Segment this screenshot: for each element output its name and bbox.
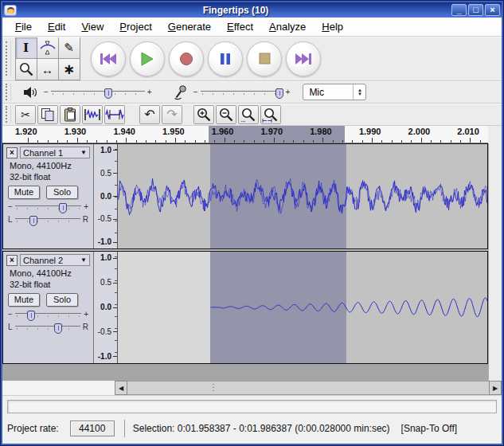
undo-button[interactable]: ↶ [139, 105, 160, 124]
play-button[interactable] [130, 41, 165, 76]
track2-vertical-ruler: 1.0 0.5 0.0 -0.5 -1.0 [94, 252, 118, 363]
track2-format: Mono, 44100Hz [10, 268, 90, 278]
menu-generate[interactable]: Generate [160, 19, 219, 34]
menu-help[interactable]: Help [314, 19, 351, 34]
zoom-in-icon [196, 107, 212, 123]
zoom-in-button[interactable] [193, 105, 214, 124]
track2-bitdepth: 32-bit float [10, 280, 90, 289]
ruler-tick-label: 2.010 [457, 127, 479, 136]
timeshift-tool-button[interactable]: ↔ [37, 58, 59, 80]
redo-icon: ↷ [166, 107, 177, 122]
stop-button[interactable] [247, 41, 282, 76]
ruler-tick-label: 1.930 [64, 127, 87, 136]
maximize-button[interactable]: □ [468, 4, 483, 16]
track1-waveform-canvas[interactable] [118, 144, 487, 248]
trim-button[interactable] [82, 105, 103, 124]
track-channel-1: × Channel 1 ▼ Mono, 44100Hz 32-bit float… [2, 143, 488, 249]
scroll-right-button[interactable]: ▶ [489, 381, 502, 395]
scrollbar-thumb-grip[interactable] [211, 384, 217, 392]
audacity-window: Fingertips (10) _ □ × File Edit View Pro… [0, 0, 504, 446]
toolbar-grip[interactable] [6, 41, 11, 76]
toolbar-grip[interactable] [6, 84, 11, 100]
menu-edit[interactable]: Edit [40, 19, 73, 34]
toolbar-grip[interactable] [6, 106, 11, 123]
audacity-logo-icon[interactable] [4, 5, 17, 16]
skip-to-start-button[interactable] [91, 41, 126, 76]
ruler-tick-label: 1.970 [261, 127, 283, 136]
input-source-dropdown[interactable]: Mic ▲▼ [303, 84, 366, 100]
track2-mute-button[interactable]: Mute [8, 293, 40, 307]
pencil-icon: ✎ [64, 41, 74, 55]
menu-project[interactable]: Project [111, 19, 159, 34]
zoom-out-icon [218, 107, 234, 123]
track2-gain-slider[interactable]: − + [8, 310, 88, 319]
chevron-down-icon: ▼ [80, 256, 87, 264]
play-icon [140, 52, 154, 66]
plus-label: + [286, 88, 291, 96]
track2-close-button[interactable]: × [6, 255, 18, 266]
track2-control-panel: × Channel 2 ▼ Mono, 44100Hz 32-bit float… [3, 252, 94, 363]
silence-button[interactable] [104, 105, 125, 124]
selection-tool-button[interactable]: I [15, 37, 37, 59]
minimize-button[interactable]: _ [451, 4, 467, 16]
tool-grid: I ✎ ↔ ∗ [15, 37, 80, 80]
input-volume-slider[interactable]: − + [193, 88, 291, 97]
ruler-tick-label: 1.960 [212, 127, 234, 136]
track1-waveform-area[interactable] [118, 144, 487, 248]
fit-project-button[interactable]: ⊢⊣ [260, 105, 281, 124]
zoom-tool-button[interactable] [15, 58, 37, 80]
track1-gain-slider[interactable]: − + [8, 202, 88, 212]
input-volume-thumb[interactable] [275, 88, 283, 99]
input-source-value: Mic [303, 87, 353, 98]
track2-pan-thumb[interactable] [54, 323, 62, 334]
envelope-icon [39, 40, 57, 56]
zoom-out-button[interactable] [216, 105, 236, 124]
menu-analyze[interactable]: Analyze [261, 19, 314, 34]
output-volume-thumb[interactable] [104, 88, 112, 99]
cut-button[interactable]: ✂ [15, 105, 36, 124]
close-button[interactable]: × [485, 4, 500, 16]
track2-solo-button[interactable]: Solo [46, 293, 78, 307]
project-rate-box[interactable]: 44100 [70, 421, 115, 436]
redo-button[interactable]: ↷ [162, 105, 182, 124]
track1-pan-thumb[interactable] [29, 216, 37, 226]
copy-button[interactable] [37, 105, 58, 124]
vertical-scrollbar[interactable] [488, 143, 502, 381]
scroll-left-button[interactable]: ◀ [115, 381, 127, 395]
track2-waveform-area[interactable] [118, 252, 487, 363]
skip-end-icon [295, 53, 312, 65]
multi-tool-button[interactable]: ∗ [58, 58, 80, 80]
scrollbar-track[interactable] [127, 381, 489, 395]
minus-label: − [44, 88, 49, 96]
pause-button[interactable] [208, 41, 243, 76]
track2-title-menu[interactable]: Channel 2 ▼ [20, 254, 90, 266]
envelope-tool-button[interactable] [37, 37, 59, 59]
output-volume-slider[interactable]: − + [44, 88, 152, 97]
edit-toolbar: ✂ [2, 104, 502, 126]
menu-file[interactable]: File [7, 19, 40, 34]
timeline-ruler[interactable]: 1.9201.9301.9401.9501.9601.9701.9801.990… [2, 126, 488, 143]
track1-pan-slider[interactable]: L R [8, 215, 88, 225]
track2-gain-thumb[interactable] [27, 311, 35, 321]
fit-selection-button[interactable]: ↔ [238, 105, 259, 124]
record-button[interactable] [169, 41, 204, 76]
spinner-icon[interactable]: ▲▼ [353, 84, 365, 100]
track1-gain-thumb[interactable] [59, 203, 67, 213]
menu-view[interactable]: View [73, 19, 111, 34]
track1-title-menu[interactable]: Channel 1 ▼ [20, 147, 90, 158]
track2-pan-slider[interactable]: L R [8, 323, 88, 332]
track1-solo-button[interactable]: Solo [46, 186, 78, 199]
chevron-down-icon: ▼ [80, 149, 87, 156]
skip-to-end-button[interactable] [286, 41, 321, 76]
paste-icon [62, 107, 78, 123]
menu-effect[interactable]: Effect [219, 19, 261, 34]
draw-tool-button[interactable]: ✎ [58, 37, 80, 59]
track1-close-button[interactable]: × [6, 147, 18, 158]
paste-button[interactable] [60, 105, 80, 124]
track1-mute-button[interactable]: Mute [8, 186, 40, 199]
speaker-icon [23, 86, 37, 99]
track2-waveform-canvas[interactable] [118, 252, 487, 363]
titlebar: Fingertips (10) _ □ × [2, 2, 502, 18]
skip-start-icon [100, 53, 117, 65]
snap-to-status: [Snap-To Off] [401, 423, 457, 434]
